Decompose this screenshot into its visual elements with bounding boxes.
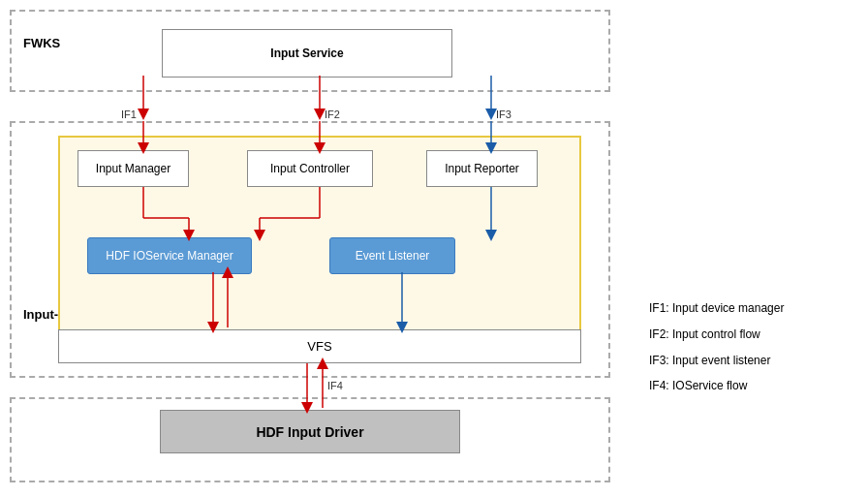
hdf-ioservice-box: HDF IOService Manager — [87, 237, 252, 274]
legend-if3-text: IF3: Input event listener — [649, 354, 770, 367]
input-service-label: Input Service — [270, 47, 343, 60]
svg-text:IF2: IF2 — [325, 109, 340, 120]
input-reporter-label: Input Reporter — [445, 162, 519, 175]
legend-item-if4: IF4: IOService flow — [649, 378, 857, 394]
svg-text:IF4: IF4 — [327, 380, 343, 391]
legend-item-if3: IF3: Input event listener — [649, 353, 857, 369]
hdf-driver-box: HDF Input Driver — [160, 410, 460, 453]
input-service-box: Input Service — [162, 29, 452, 78]
vfs-box: VFS — [58, 329, 581, 363]
fwks-layer: FWKS Input Service — [10, 10, 610, 92]
legend-if4-text: IF4: IOService flow — [649, 379, 747, 392]
svg-text:IF3: IF3 — [496, 109, 512, 120]
hdf-driver-label: HDF Input Driver — [256, 424, 363, 440]
input-manager-box: Input Manager — [78, 150, 189, 187]
input-manager-label: Input Manager — [96, 162, 170, 175]
legend: IF1: Input device manager IF2: Input con… — [649, 300, 857, 404]
input-controller-box: Input Controller — [247, 150, 373, 187]
input-reporter-box: Input Reporter — [426, 150, 538, 187]
legend-if1-text: IF1: Input device manager — [649, 301, 784, 315]
vfs-label: VFS — [307, 339, 331, 354]
svg-text:IF1: IF1 — [121, 109, 137, 120]
fwks-label: FWKS — [23, 36, 60, 50]
legend-item-if1: IF1: Input device manager — [649, 300, 857, 317]
hdf-ioservice-label: HDF IOService Manager — [106, 249, 232, 263]
diagram-area: FWKS Input Service Input-HDI Input Manag… — [10, 10, 639, 484]
input-controller-label: Input Controller — [270, 162, 350, 175]
legend-item-if2: IF2: Input control flow — [649, 326, 857, 343]
legend-if2-text: IF2: Input control flow — [649, 327, 760, 341]
event-listener-box: Event Listener — [329, 237, 455, 274]
event-listener-label: Event Listener — [356, 249, 430, 263]
